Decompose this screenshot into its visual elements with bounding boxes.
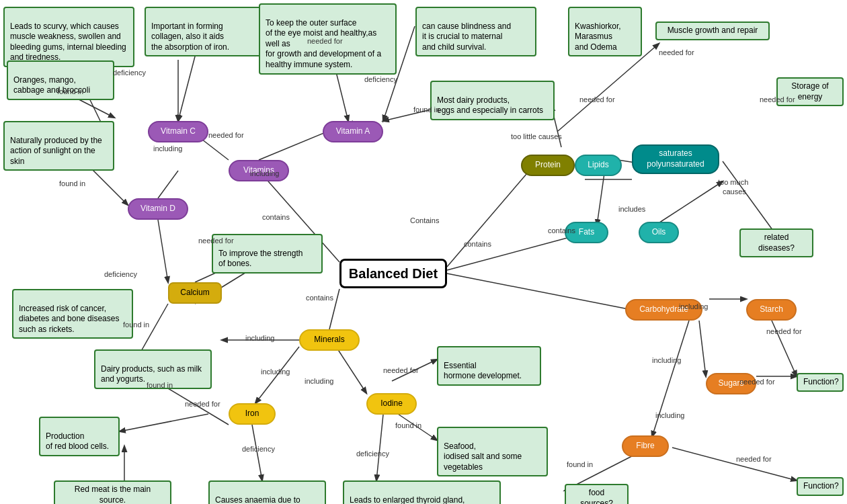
info-vitc-form-label: Important in forming collagen, also it a… xyxy=(151,22,229,52)
svg-line-21 xyxy=(120,414,208,431)
edge-label-including4: including xyxy=(679,302,708,310)
info-red-blood-label: Production of red blood cells. xyxy=(46,431,109,452)
main-node: Balanced Diet xyxy=(339,259,447,288)
edge-label-foundin2: found in xyxy=(413,106,440,114)
info-muscle-label: Muscle growth and repair xyxy=(668,26,758,35)
iron-node: Iron xyxy=(229,403,276,425)
lipids-label: Lipids xyxy=(588,160,608,171)
edge-label-neededfor4: needed for xyxy=(579,95,615,103)
calcium-label: Calcium xyxy=(180,288,209,298)
minerals-label: Minerals xyxy=(314,335,344,345)
vitamina-node: Vitamin A xyxy=(323,121,383,142)
info-kwash: Kwashiorkor, Marasmus and Odema xyxy=(568,7,642,56)
edge-label-foundin3: found in xyxy=(59,179,85,187)
svg-line-39 xyxy=(699,321,706,376)
info-increased-label: Increased risk of cancer, diabetes and b… xyxy=(19,304,119,334)
info-muscle: Muscle growth and repair xyxy=(655,22,770,40)
fats-label: Fats xyxy=(579,227,594,238)
vitamind-label: Vitamin D xyxy=(140,204,175,214)
edge-label-neededfor5: needed for xyxy=(659,48,694,56)
svg-line-33 xyxy=(655,181,723,225)
edge-label-neededfor2: needed for xyxy=(307,37,343,45)
edge-label-including1: including xyxy=(153,144,182,153)
svg-line-40 xyxy=(652,321,689,437)
edge-label-foundin5: found in xyxy=(567,460,593,468)
edge-label-toomuch: too much xyxy=(718,178,748,186)
info-improve-label: To improve the strength of bones. xyxy=(218,249,302,269)
calcium-node: Calcium xyxy=(168,282,222,304)
saturates-label: saturates polyunsaturated xyxy=(647,149,704,169)
main-label: Balanced Diet xyxy=(349,265,438,282)
edge-label-neededfor6: needed for xyxy=(760,95,795,103)
edge-label-neededfor3: needed for xyxy=(198,237,234,245)
info-essential: Essential hormone developmet. xyxy=(437,346,541,386)
edge-label-contains1: contains xyxy=(262,213,290,221)
protein-node: Protein xyxy=(521,155,575,176)
mind-map-canvas: Balanced Diet Vitamins Vitmain C Vitamin… xyxy=(0,0,847,504)
edge-label-toolittle: too little causes xyxy=(511,132,562,140)
edge-label-foundin1: found in xyxy=(57,87,83,95)
edge-label-contains4: contains xyxy=(548,226,575,235)
info-red-blood: Production of red blood cells. xyxy=(39,417,120,456)
edge-label-foundin6: found in xyxy=(395,421,421,429)
edge-label-including6: including xyxy=(655,411,684,419)
info-increased: Increased risk of cancer, diabetes and b… xyxy=(12,289,133,339)
info-red-meat-label: Red meat is the main source. xyxy=(75,485,151,504)
info-red-meat: Red meat is the main source. xyxy=(54,480,171,504)
edge-label-contains3: contains xyxy=(306,294,333,302)
svg-line-28 xyxy=(447,169,531,267)
vitaminc-node: Vitmain C xyxy=(148,121,208,142)
info-related-label: related diseases? xyxy=(758,233,795,253)
info-vitc-form: Important in forming collagen, also it a… xyxy=(145,7,262,56)
edge-label-foundin4: found in xyxy=(123,321,149,329)
info-scurvy: Leads to scurvy, which causes muscle wea… xyxy=(3,7,134,67)
protein-label: Protein xyxy=(535,160,561,171)
info-scurvy-label: Leads to scurvy, which causes muscle wea… xyxy=(10,22,126,62)
info-related: related diseases? xyxy=(739,228,813,257)
info-function2: Function? xyxy=(797,477,844,496)
edge-label-deficiency4: deficiency xyxy=(356,450,389,458)
svg-line-36 xyxy=(723,161,776,235)
oils-label: Oils xyxy=(652,227,666,238)
svg-line-30 xyxy=(558,44,659,131)
edge-label-foundin7: found in xyxy=(147,381,173,389)
vitaminc-label: Vitmain C xyxy=(161,126,196,137)
info-function1: Function? xyxy=(797,373,844,392)
svg-line-32 xyxy=(597,169,605,225)
info-dairy-carrots: Most dairy products, eggs and especially… xyxy=(430,81,555,120)
svg-line-20 xyxy=(336,347,366,393)
info-essential-label: Essential hormone developmet. xyxy=(444,361,522,381)
edge-label-deficiency5: deficiency xyxy=(242,445,275,453)
edge-label-contains5: contains xyxy=(464,240,491,248)
vitamind-node: Vitamin D xyxy=(128,198,188,220)
info-anaemia: Causes anaemia due to a lack of red bloo… xyxy=(208,480,326,504)
fibre-label: Fibre xyxy=(636,441,654,452)
edge-label-neededfor10: needed for xyxy=(383,366,419,374)
saturates-node: saturates polyunsaturated xyxy=(632,144,719,174)
edge-label-including8: including xyxy=(305,377,333,385)
starch-node: Starch xyxy=(746,299,797,321)
info-naturally: Naturally produced by the action of sunl… xyxy=(3,121,114,171)
edge-label-neededfor1: needed for xyxy=(208,131,244,139)
info-blindness: can cause blindness and it is crucial to… xyxy=(415,7,536,56)
svg-line-11 xyxy=(158,171,178,198)
edge-label-neededfor8: needed for xyxy=(739,378,775,386)
edge-label-deficiency2: deficiency xyxy=(364,75,397,83)
edge-label-deficiency3: deficiency xyxy=(104,270,137,278)
info-anaemia-label: Causes anaemia due to a lack of red bloo… xyxy=(215,495,302,504)
info-blindness-label: can cause blindness and it is crucial to… xyxy=(422,22,511,52)
info-function2-label: Function? xyxy=(803,481,839,491)
edge-label-contains2: Contains xyxy=(410,216,439,224)
vitamina-label: Vitamin A xyxy=(336,126,370,137)
info-enlarged-label: Leads to enlarged thyroid gland, which c… xyxy=(350,495,481,504)
svg-line-27 xyxy=(376,415,383,480)
info-storage-label: Storage of energy xyxy=(791,81,828,101)
svg-line-44 xyxy=(672,448,797,480)
edge-label-includes: includes xyxy=(618,205,645,213)
starch-label: Starch xyxy=(760,304,783,315)
edge-label-including7: including xyxy=(261,368,290,376)
edge-label-deficiency1: deficiency xyxy=(113,69,146,77)
edge-label-including3: including xyxy=(245,334,274,342)
svg-line-37 xyxy=(447,274,632,310)
info-dairy-carrots-label: Most dairy products, eggs and especially… xyxy=(437,95,543,116)
